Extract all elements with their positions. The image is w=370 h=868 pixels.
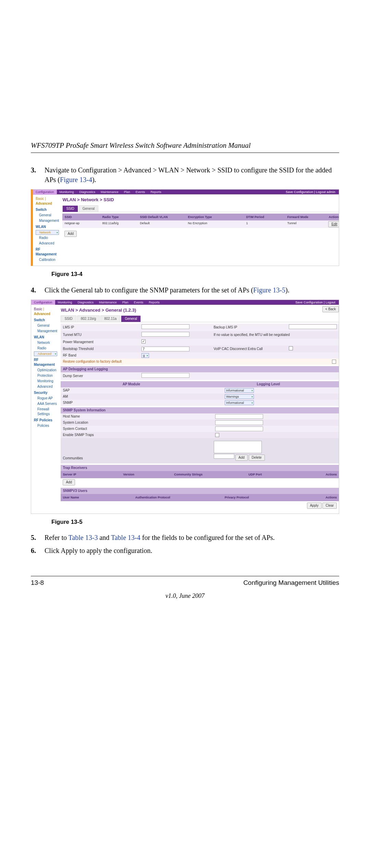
text: Refer to: [45, 534, 69, 541]
input-dump-server[interactable]: [141, 373, 189, 378]
sidebar-group-switch: Switch: [34, 318, 57, 323]
top-right-links[interactable]: Save Configuration | Logout admin: [286, 190, 339, 194]
input-bootstrap[interactable]: 7: [141, 347, 189, 351]
sidebar-item-calibration[interactable]: Calibration: [36, 257, 59, 262]
sidebar-item-firewall[interactable]: Firewall Settings: [34, 407, 57, 417]
section-title: Configuring Management Utilities: [243, 578, 339, 588]
text: Click the General tab to configure the S…: [45, 286, 253, 294]
back-button[interactable]: < Back: [322, 306, 339, 312]
subtab-general[interactable]: General: [121, 315, 141, 322]
table-link-2[interactable]: Table 13-4: [111, 534, 140, 541]
add-trap-button[interactable]: Add: [63, 479, 75, 485]
nav-tab-configuration[interactable]: Configuration: [33, 190, 57, 195]
subtab-ssid[interactable]: SSID: [62, 205, 78, 212]
nav-tab-monitoring[interactable]: Monitoring: [57, 190, 77, 195]
figure-link[interactable]: Figure 13-5: [253, 286, 285, 294]
sidebar-basic-link[interactable]: Basic: [36, 197, 44, 201]
apply-button[interactable]: Apply: [307, 503, 322, 509]
sidebar-item-aaa-servers[interactable]: AAA Servers: [34, 401, 57, 406]
input-lms-ip[interactable]: [141, 324, 189, 329]
main-panel: WLAN > Network > SSID SSID General SSID …: [61, 194, 339, 266]
sidebar-item-general[interactable]: General: [36, 213, 59, 218]
delete-community-button[interactable]: Delete: [249, 455, 265, 461]
sidebar-basic-link[interactable]: Basic: [34, 307, 42, 311]
sidebar-item-advanced[interactable]: Advanced: [34, 351, 57, 356]
chk-enable-traps[interactable]: [215, 433, 219, 437]
subtab-80211bg[interactable]: 802.11b/g: [77, 315, 100, 322]
input-syscontact[interactable]: [215, 426, 263, 431]
sidebar-item-rogue-ap[interactable]: Rogue AP: [34, 396, 57, 401]
select-rf-band[interactable]: g: [141, 353, 149, 358]
lbl-bootstrap: Bootstrap Threshold: [63, 347, 141, 351]
sidebar-item-advanced[interactable]: Advanced: [36, 241, 59, 246]
sidebar-item-management[interactable]: Management: [36, 218, 59, 223]
select-snmp-level[interactable]: Informational: [225, 400, 254, 405]
select-am-level[interactable]: Warnings: [225, 394, 254, 399]
nav-tab-plan[interactable]: Plan: [121, 190, 133, 195]
input-tunnel-mtu[interactable]: [141, 332, 189, 337]
page-footer: 13-8 Configuring Management Utilities: [31, 576, 339, 588]
subtab-80211a[interactable]: 802.11a: [100, 315, 120, 322]
sidebar-advanced-link[interactable]: Advanced: [34, 312, 50, 316]
nav-tab-configuration[interactable]: Configuration: [31, 300, 55, 305]
cell-radio-type: 802.11a/b/g: [100, 220, 138, 228]
sidebar-item-general[interactable]: General: [34, 323, 57, 328]
snmpv3-table-header: User Name Authentication Protocol Privac…: [61, 494, 339, 501]
input-syslocation[interactable]: [215, 420, 263, 425]
add-community-button[interactable]: Add: [235, 455, 248, 461]
nav-tab-events[interactable]: Events: [133, 190, 148, 195]
input-backup-lms-ip[interactable]: [289, 324, 337, 329]
ssid-table-header: SSID Radio Type SSID Default VLAN Encryp…: [62, 214, 339, 221]
nav-tab-reports[interactable]: Reports: [146, 300, 162, 305]
sidebar-item-radio[interactable]: Radio: [36, 236, 59, 240]
sidebar-advanced-link[interactable]: Advanced: [36, 202, 52, 205]
col-actions: Actions: [301, 495, 339, 501]
restore-factory-link[interactable]: Restore configuration to factory default: [61, 359, 124, 365]
section-trap-receivers: Trap Receivers: [61, 465, 339, 471]
sidebar-item-optimization[interactable]: Optimization: [34, 368, 57, 373]
figure-link[interactable]: Figure 13-4: [60, 176, 92, 183]
sidebar-item-network[interactable]: Network: [36, 230, 59, 235]
sidebar-item-radio[interactable]: Radio: [34, 346, 57, 351]
lbl-lms-ip: LMS IP: [63, 325, 141, 330]
nav-tab-maintenance[interactable]: Maintenance: [96, 300, 120, 305]
nav-tab-plan[interactable]: Plan: [120, 300, 131, 305]
figure-13-4-screenshot: Configuration Monitoring Diagnostics Mai…: [31, 189, 339, 266]
nav-tab-diagnostics[interactable]: Diagnostics: [77, 190, 98, 195]
sidebar-group-wlan: WLAN: [34, 335, 57, 340]
cell-default-vlan: Default: [138, 220, 186, 228]
sidebar-item-policies[interactable]: Policies: [34, 423, 57, 428]
input-communities-list[interactable]: [214, 441, 262, 453]
chk-voip-cac[interactable]: [289, 346, 293, 350]
sidebar-item-rf-advanced[interactable]: Advanced: [34, 384, 57, 389]
lbl-communities: Communities: [63, 456, 141, 461]
nav-tab-maintenance[interactable]: Maintenance: [98, 190, 121, 195]
sidebar-item-protection[interactable]: Protection: [34, 373, 57, 378]
input-hostname[interactable]: [215, 414, 263, 419]
top-right-links[interactable]: Save Configuration | Logout: [295, 300, 339, 305]
sidebar-item-monitoring[interactable]: Monitoring: [34, 379, 57, 384]
sidebar-item-network[interactable]: Network: [34, 340, 57, 345]
step-6: 6. Click Apply to apply the configuratio…: [31, 546, 339, 555]
nav-tab-events[interactable]: Events: [131, 300, 146, 305]
text: ).: [285, 286, 289, 294]
clear-button[interactable]: Clear: [322, 503, 337, 509]
nav-tab-reports[interactable]: Reports: [148, 190, 164, 195]
select-sap-level[interactable]: Informational: [225, 388, 254, 393]
subtab-general[interactable]: General: [79, 205, 99, 212]
chk-power-mgmt[interactable]: ✓: [141, 339, 146, 343]
nav-tab-diagnostics[interactable]: Diagnostics: [75, 300, 97, 305]
add-button[interactable]: Add: [64, 231, 77, 237]
col-udp-port: UDP Port: [246, 472, 297, 478]
nav-tab-monitoring[interactable]: Monitoring: [55, 300, 75, 305]
text: ).: [92, 176, 96, 183]
edit-button[interactable]: Edit: [328, 221, 339, 227]
lbl-rf-band: RF Band: [63, 353, 141, 358]
chk-restore[interactable]: [332, 360, 336, 364]
step-number: 6.: [31, 546, 45, 555]
input-community-new[interactable]: [214, 454, 234, 459]
table-link-1[interactable]: Table 13-3: [69, 534, 98, 541]
subtab-ssid[interactable]: SSID: [61, 315, 76, 322]
sidebar-item-management[interactable]: Management: [34, 329, 57, 334]
step-number: 3.: [31, 165, 45, 184]
